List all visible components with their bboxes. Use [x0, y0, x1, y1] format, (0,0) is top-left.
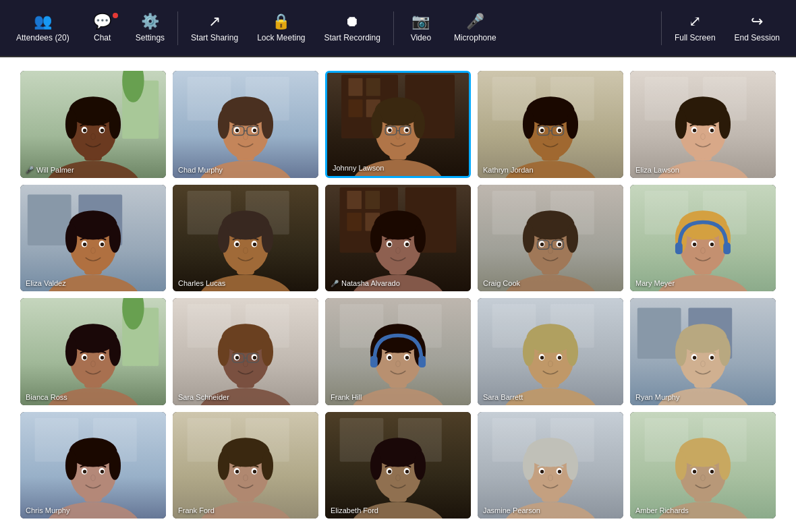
video-tile[interactable]: Chad Murphy — [173, 71, 318, 178]
svg-point-205 — [405, 356, 409, 359]
participant-name: Eliza Lawson — [635, 166, 679, 174]
svg-point-301 — [719, 450, 731, 479]
video-tile[interactable]: Elizabeth Ford — [325, 412, 471, 519]
svg-point-173 — [83, 356, 86, 359]
svg-point-137 — [567, 223, 578, 252]
person-bg: Jasmine Pearson — [478, 412, 623, 519]
video-tile[interactable]: Amber Richards — [630, 412, 776, 519]
svg-point-305 — [710, 469, 714, 473]
svg-rect-224 — [637, 307, 681, 359]
participant-name: Elizabeth Ford — [331, 506, 378, 514]
lock-icon: 🔒 — [272, 14, 290, 29]
video-tile[interactable]: Chris Murphy — [20, 412, 166, 519]
video-tile-inner: Sara Barrett — [478, 298, 623, 405]
person-bg: Eliza Valdez — [20, 185, 166, 292]
full-screen-button[interactable]: ⤢ Full Screen — [665, 9, 725, 48]
video-tile[interactable]: Craig Cook — [478, 185, 623, 292]
video-tile-inner: Bianca Ross — [20, 298, 166, 405]
person-bg: Chad Murphy — [173, 71, 318, 178]
svg-point-77 — [719, 110, 731, 139]
share-icon: ↗ — [208, 14, 221, 29]
svg-point-249 — [101, 469, 104, 473]
start-recording-button[interactable]: ⏺ Start Recording — [315, 9, 390, 48]
svg-point-128 — [396, 247, 400, 254]
video-tile-inner: Charles Lucas — [173, 185, 318, 292]
svg-point-259 — [262, 450, 273, 479]
participant-name: Bianca Ross — [26, 393, 67, 401]
video-tile[interactable]: Eliza Lawson — [630, 71, 776, 178]
svg-point-90 — [65, 223, 77, 252]
participant-name: Frank Ford — [178, 506, 215, 514]
svg-point-231 — [719, 337, 731, 366]
svg-point-12 — [101, 129, 104, 132]
svg-point-108 — [235, 242, 239, 245]
participant-name: Frank Hill — [331, 393, 362, 401]
video-tile[interactable]: Ryan Murphy — [630, 298, 776, 405]
video-tile-inner: Chad Murphy — [173, 71, 318, 178]
person-bg: Mary Meyer — [630, 185, 776, 292]
svg-rect-33 — [349, 78, 363, 96]
lock-meeting-label: Lock Meeting — [257, 33, 305, 42]
video-tile[interactable]: Frank Ford — [173, 412, 318, 519]
participant-name: Johnny Lawson — [333, 164, 384, 172]
video-tile[interactable]: 🎤 Will Palmer — [20, 71, 166, 178]
svg-point-220 — [540, 356, 544, 359]
svg-point-109 — [253, 242, 256, 245]
video-tile-inner: 🎤 Will Palmer — [20, 71, 166, 178]
microphone-label: Microphone — [454, 33, 496, 42]
svg-point-80 — [693, 129, 696, 132]
video-tile[interactable]: Sara Schneider — [173, 298, 318, 405]
svg-point-221 — [558, 356, 561, 359]
start-recording-label: Start Recording — [324, 33, 380, 42]
person-bg: Bianca Ross — [20, 298, 166, 405]
chat-notification-badge — [111, 11, 119, 20]
svg-point-291 — [558, 469, 561, 473]
attendees-button[interactable]: 👥 Attendees (20) — [7, 9, 79, 48]
svg-point-306 — [701, 475, 705, 481]
start-sharing-label: Start Sharing — [191, 33, 238, 42]
full-screen-label: Full Screen — [675, 33, 716, 42]
video-tile[interactable]: Sara Barrett — [478, 298, 623, 405]
end-session-button[interactable]: ↪ End Session — [725, 9, 789, 48]
video-tile[interactable]: Johnny Lawson — [325, 71, 471, 178]
lock-meeting-button[interactable]: 🔒 Lock Meeting — [248, 9, 314, 48]
toolbar: 👥 Attendees (20) 💬 Chat ⚙️ Settings ↗ St… — [0, 0, 796, 57]
svg-rect-113 — [347, 191, 362, 209]
video-tile[interactable]: 🎤 Natasha Alvarado — [325, 185, 471, 292]
svg-point-141 — [558, 242, 561, 245]
settings-button[interactable]: ⚙️ Settings — [126, 9, 174, 48]
person-bg: Amber Richards — [630, 412, 776, 519]
svg-point-273 — [414, 450, 426, 479]
video-button[interactable]: 📷 Video — [397, 9, 445, 48]
video-tile[interactable]: Jasmine Pearson — [478, 412, 623, 519]
settings-label: Settings — [136, 33, 165, 42]
video-tile[interactable]: Kathryn Jordan — [478, 71, 623, 178]
svg-point-110 — [244, 247, 248, 254]
video-tile[interactable]: Eliza Valdez — [20, 185, 166, 292]
video-tile[interactable]: Bianca Ross — [20, 298, 166, 405]
record-icon: ⏺ — [345, 14, 360, 29]
participant-name: 🎤 Natasha Alvarado — [331, 279, 400, 287]
toolbar-divider-3 — [661, 11, 662, 45]
microphone-icon: 🎤 — [466, 14, 484, 29]
chat-button[interactable]: 💬 Chat — [79, 9, 126, 48]
participant-name: Charles Lucas — [178, 279, 225, 287]
start-sharing-button[interactable]: ↗ Start Sharing — [181, 9, 248, 48]
svg-point-95 — [101, 242, 104, 245]
microphone-button[interactable]: 🎤 Microphone — [445, 9, 506, 48]
video-tile[interactable]: Mary Meyer — [630, 185, 776, 292]
svg-rect-115 — [347, 212, 362, 231]
svg-point-204 — [388, 356, 391, 359]
video-label: Video — [411, 33, 431, 42]
svg-point-222 — [548, 361, 552, 367]
svg-point-122 — [370, 223, 382, 252]
svg-point-206 — [396, 361, 400, 367]
person-bg: Johnny Lawson — [327, 73, 469, 176]
svg-point-278 — [396, 475, 400, 481]
video-tile[interactable]: Frank Hill — [325, 298, 471, 405]
svg-rect-34 — [366, 78, 380, 96]
video-tile[interactable]: Charles Lucas — [173, 185, 318, 292]
svg-point-217 — [567, 337, 578, 366]
svg-point-91 — [109, 223, 121, 252]
person-bg: Frank Ford — [173, 412, 318, 519]
